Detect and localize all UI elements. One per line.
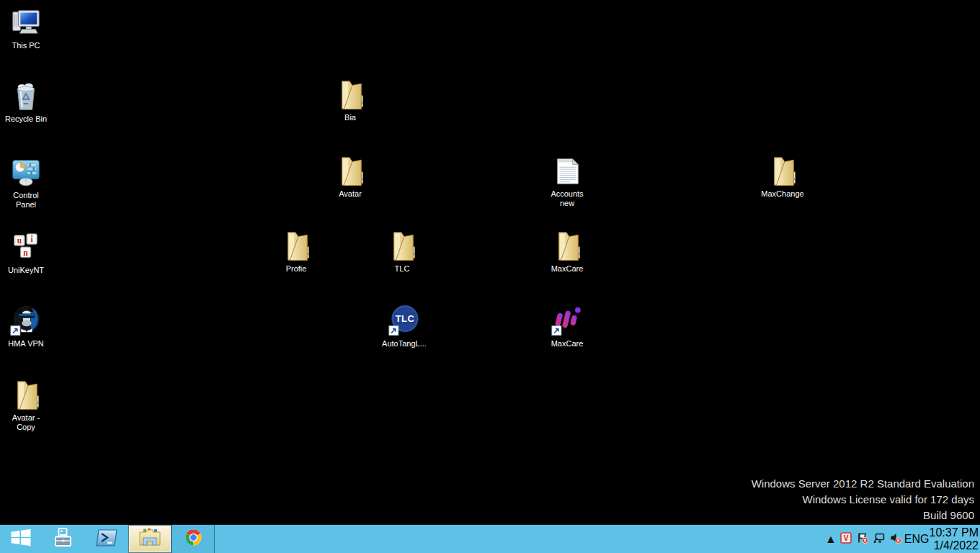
tray-icons: V — [838, 525, 904, 553]
language-indicator[interactable]: ENG — [904, 525, 930, 553]
chrome-taskbar-button[interactable] — [172, 525, 215, 553]
desktop-icon-autotangl[interactable]: TLCAutoTangL... — [371, 304, 437, 349]
desktop-icon-label: Accountsnew — [551, 189, 583, 208]
folder-icon — [334, 154, 367, 187]
svg-text:TLC: TLC — [396, 313, 415, 324]
recycle-bin-icon — [9, 79, 43, 112]
system-tray: ▲ V ENG 10:37 PM 1/4/2022 — [824, 525, 980, 553]
desktop-icon-profie[interactable]: Profie — [263, 229, 329, 274]
desktop-icon-label: Profie — [286, 264, 307, 274]
chrome-icon — [184, 528, 203, 550]
taskbar: ▲ V ENG 10:37 PM 1/4/2022 — [0, 524, 980, 553]
show-hidden-icons-button[interactable]: ▲ — [824, 525, 838, 553]
desktop-icon-hma-vpn[interactable]: HMA VPN — [0, 304, 59, 349]
desktop-icon-label: AutoTangL... — [382, 339, 427, 349]
clock-time: 10:37 PM — [930, 526, 979, 539]
server-manager-taskbar-button[interactable] — [42, 525, 85, 553]
clock-date: 1/4/2022 — [934, 539, 979, 552]
text-file-icon — [551, 154, 584, 187]
folder-icon — [551, 229, 584, 262]
taskbar-clock[interactable]: 10:37 PM 1/4/2022 — [930, 525, 979, 553]
folder-icon — [334, 78, 367, 111]
folder-icon — [766, 154, 799, 187]
windows-logo-icon — [10, 528, 32, 550]
powershell-icon — [95, 529, 118, 550]
desktop-icon-label: Recycle Bin — [5, 114, 47, 124]
desktop-icon-label: Avatar — [339, 189, 362, 199]
desktop-icon-label: UniKeyNT — [8, 266, 44, 275]
desktop-icon-label: Avatar -Copy — [12, 413, 40, 432]
network-tray-button[interactable] — [871, 525, 888, 553]
desktop-icon-label: Bia — [344, 113, 356, 122]
desktop-icon-label: HMA VPN — [8, 339, 44, 349]
taskbar-empty-area — [215, 525, 824, 553]
desktop-icon-label: MaxCare — [551, 339, 584, 349]
network-icon — [873, 532, 885, 547]
desktop-icon-label: This PC — [12, 41, 40, 50]
folder-icon — [386, 229, 419, 262]
desktop-icon-unikeynt[interactable]: uinUniKeyNT — [0, 230, 59, 275]
maxcare-app-icon — [551, 304, 584, 337]
start-button[interactable] — [0, 525, 42, 553]
system-info-line2: Windows License valid for 172 days — [752, 492, 974, 508]
desktop-icon-label: TLC — [395, 264, 410, 274]
system-info-line3: Build 9600 — [752, 508, 974, 523]
volume-muted-icon — [890, 532, 901, 547]
desktop-icon-label: MaxChange — [761, 189, 803, 199]
svg-text:V: V — [844, 534, 849, 542]
up-arrow-icon: ▲ — [825, 533, 837, 546]
file-explorer-taskbar-button[interactable] — [128, 525, 172, 553]
system-info-line1: Windows Server 2012 R2 Standard Evaluati… — [752, 476, 974, 492]
screen: Windows Server 2012 R2 Standard Evaluati… — [0, 0, 980, 553]
computer-icon — [9, 6, 43, 39]
desktop-icon-avatar[interactable]: Avatar — [317, 154, 383, 199]
desktop-icon-this-pc[interactable]: This PC — [0, 6, 59, 50]
control-panel-icon — [9, 156, 43, 189]
desktop-icon-tlc[interactable]: TLC — [369, 229, 435, 274]
folder-icon — [280, 229, 313, 262]
desktop-icon-maxcare-2[interactable]: MaxCare — [534, 304, 600, 349]
desktop-icon-maxchange[interactable]: MaxChange — [749, 154, 816, 199]
desktop-icon-avatar-copy[interactable]: Avatar -Copy — [0, 378, 59, 432]
desktop-icon-label: MaxCare — [551, 264, 584, 274]
unikey-icon: uin — [9, 230, 43, 264]
file-explorer-icon — [138, 527, 162, 552]
tlc-app-icon: TLC — [388, 304, 421, 337]
svg-text:u: u — [17, 236, 22, 245]
desktop-icon-accounts-new[interactable]: Accountsnew — [534, 154, 600, 208]
folder-icon — [9, 378, 43, 411]
desktop-icon-label: ControlPanel — [13, 191, 38, 210]
desktop-icon-bia[interactable]: Bia — [317, 78, 383, 122]
desktop[interactable]: Windows Server 2012 R2 Standard Evaluati… — [0, 0, 980, 524]
system-info-watermark: Windows Server 2012 R2 Standard Evaluati… — [752, 476, 974, 523]
svg-text:n: n — [23, 248, 28, 257]
desktop-icon-control-panel[interactable]: ControlPanel — [0, 156, 59, 210]
server-manager-icon — [53, 527, 74, 552]
desktop-icon-recycle-bin[interactable]: Recycle Bin — [0, 79, 59, 124]
unikey-tray-button[interactable]: V — [838, 525, 855, 553]
unikey-tray-icon: V — [840, 532, 852, 547]
flag-error-icon — [857, 532, 868, 547]
desktop-icon-maxcare[interactable]: MaxCare — [534, 229, 600, 274]
action-center-tray-button[interactable] — [855, 525, 871, 553]
powershell-taskbar-button[interactable] — [85, 525, 128, 553]
taskbar-app-buttons — [42, 525, 215, 553]
volume-tray-button[interactable] — [888, 525, 904, 553]
hma-vpn-icon — [9, 304, 43, 337]
